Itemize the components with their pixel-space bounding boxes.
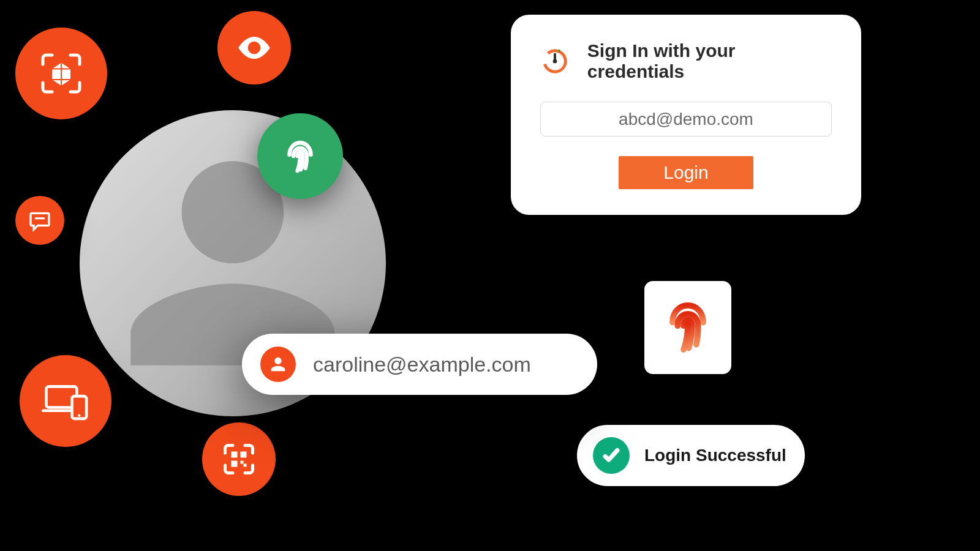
svg-rect-5 [241, 452, 247, 458]
connector-line [686, 377, 688, 427]
connector-line [683, 217, 685, 251]
login-success-text: Login Successful [644, 446, 786, 465]
svg-rect-7 [241, 461, 244, 464]
email-input[interactable] [540, 102, 832, 137]
connector-line [340, 159, 510, 162]
fingerprint-icon [660, 297, 715, 358]
svg-point-0 [251, 45, 257, 51]
user-icon [260, 347, 296, 382]
connector-line [683, 248, 685, 280]
svg-rect-6 [232, 461, 238, 467]
chat-icon [15, 196, 64, 245]
signin-card: Sign In with your credentials Login [508, 12, 864, 217]
check-icon [593, 437, 630, 474]
user-email-text: caroline@example.com [313, 353, 531, 377]
face-id-icon [15, 28, 107, 119]
connector-line [643, 248, 684, 250]
eye-icon [217, 11, 291, 84]
user-email-pill: caroline@example.com [242, 334, 597, 395]
devices-icon [20, 355, 111, 447]
svg-point-3 [78, 414, 80, 417]
svg-point-10 [553, 59, 557, 64]
login-button[interactable]: Login [619, 156, 753, 189]
signin-title: Sign In with your credentials [587, 40, 832, 82]
login-success-pill: Login Successful [575, 422, 807, 489]
svg-rect-4 [232, 452, 238, 458]
fingerprint-verify-card [642, 279, 734, 377]
fingerprint-icon [279, 135, 322, 178]
svg-rect-8 [244, 464, 247, 467]
fingerprint-badge-green [257, 113, 343, 199]
brand-logo-icon [540, 46, 570, 77]
signin-header: Sign In with your credentials [540, 40, 832, 82]
qr-code-icon [202, 422, 276, 496]
